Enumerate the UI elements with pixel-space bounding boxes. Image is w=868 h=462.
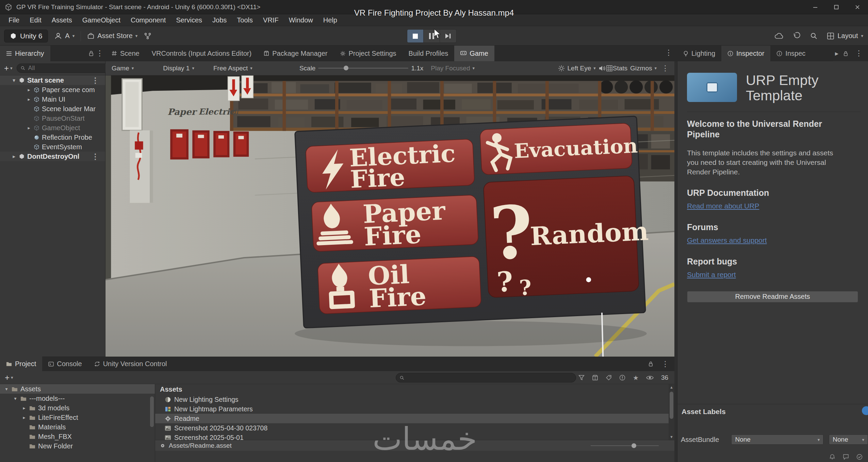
tab-lighting[interactable]: Lighting bbox=[677, 46, 721, 61]
layout-dropdown[interactable]: Layout▾ bbox=[827, 32, 863, 40]
pause-button[interactable] bbox=[424, 30, 440, 42]
game-viewport[interactable]: Paper Electric oil bbox=[105, 75, 674, 357]
alert-icon[interactable] bbox=[619, 375, 625, 381]
kebab-icon[interactable]: ⋮ bbox=[94, 49, 105, 58]
tree-row[interactable]: New Folder bbox=[0, 441, 155, 451]
star-icon[interactable]: ★ bbox=[633, 374, 639, 382]
scrollbar-thumb[interactable] bbox=[670, 392, 673, 419]
menu-help[interactable]: Help bbox=[318, 14, 342, 26]
tab-build-profiles[interactable]: Build Profiles bbox=[403, 46, 455, 61]
menu-component[interactable]: Component bbox=[126, 14, 171, 26]
kebab-icon[interactable]: ⋮ bbox=[89, 76, 101, 85]
history-icon[interactable] bbox=[793, 32, 801, 40]
menu-vrif[interactable]: VRIF bbox=[258, 14, 284, 26]
tree-row[interactable]: ▸ 3d models bbox=[0, 403, 155, 413]
asset-row[interactable]: Screenshot 2025-04-30 023708 bbox=[155, 423, 674, 433]
label-icon[interactable] bbox=[862, 406, 868, 415]
check-circle-icon[interactable] bbox=[856, 454, 863, 460]
scroll-up-icon[interactable]: ▲ bbox=[669, 384, 674, 390]
add-gameobject-button[interactable]: +▾ bbox=[3, 64, 14, 73]
asset-row[interactable]: New Lighting Settings bbox=[155, 395, 674, 404]
menu-file[interactable]: File bbox=[3, 14, 24, 26]
hierarchy-item[interactable]: ▸ Paper scene com bbox=[0, 85, 105, 95]
kebab-icon[interactable]: ⋮ bbox=[659, 360, 671, 369]
tab-scene[interactable]: Scene bbox=[105, 46, 146, 61]
panel-splitter[interactable] bbox=[674, 61, 677, 462]
expand-right-icon[interactable]: ▸ bbox=[835, 49, 838, 57]
menu-gameobject[interactable]: GameObject bbox=[77, 14, 126, 26]
maximize-button[interactable] bbox=[826, 0, 847, 14]
tree-row[interactable]: ▸ LiteFireEffect bbox=[0, 413, 155, 422]
foldout-closed-icon[interactable]: ▸ bbox=[22, 415, 27, 420]
tab-vrcontrols[interactable]: VRControls (Input Actions Editor) bbox=[146, 46, 258, 61]
hierarchy-item[interactable]: Scene loader Mar bbox=[0, 104, 105, 114]
assetbundle-variant-dropdown[interactable]: None▾ bbox=[829, 434, 868, 445]
tab-version-control[interactable]: Unity Version Control bbox=[88, 357, 173, 371]
asset-store-dropdown[interactable]: Asset Store▾ bbox=[87, 32, 137, 40]
bell-icon[interactable] bbox=[829, 454, 835, 460]
asset-list-scrollbar[interactable]: ▲ ▼ bbox=[669, 384, 674, 440]
kebab-icon[interactable]: ⋮ bbox=[663, 48, 674, 57]
game-mode-dropdown[interactable]: Game▾ bbox=[109, 65, 136, 72]
chat-bubble-icon[interactable] bbox=[843, 454, 849, 460]
asset-row[interactable]: New Lightmap Parameters bbox=[155, 404, 674, 414]
menu-window[interactable]: Window bbox=[284, 14, 318, 26]
aspect-dropdown[interactable]: Free Aspect▾ bbox=[211, 65, 255, 72]
scene-light-toggle-icon[interactable] bbox=[558, 65, 565, 72]
tree-row[interactable]: Mesh_FBX bbox=[0, 432, 155, 441]
tab-hierarchy[interactable]: Hierarchy bbox=[0, 46, 50, 61]
foldout-open-icon[interactable]: ▾ bbox=[13, 396, 18, 401]
hierarchy-item-disabled[interactable]: PauseOnStart bbox=[0, 114, 105, 123]
foldout-closed-icon[interactable]: ▸ bbox=[27, 125, 31, 131]
assetbundle-dropdown[interactable]: None▾ bbox=[731, 434, 823, 445]
kebab-icon[interactable]: ⋮ bbox=[853, 49, 865, 58]
scale-slider[interactable] bbox=[318, 68, 408, 69]
tree-row-assets[interactable]: ▾ Assets bbox=[0, 384, 155, 394]
foldout-open-icon[interactable]: ▾ bbox=[4, 386, 9, 392]
hierarchy-search[interactable] bbox=[17, 64, 112, 73]
menu-tools[interactable]: Tools bbox=[232, 14, 258, 26]
cloud-icon[interactable] bbox=[774, 32, 784, 40]
scale-slider-knob[interactable] bbox=[344, 66, 348, 70]
foldout-open-icon[interactable]: ▾ bbox=[12, 78, 16, 83]
remove-readme-button[interactable]: Remove Readme Assets bbox=[687, 291, 858, 303]
project-search-input[interactable] bbox=[407, 374, 572, 382]
tab-game[interactable]: Game bbox=[454, 46, 494, 61]
lock-icon[interactable] bbox=[843, 51, 848, 56]
kebab-icon[interactable]: ⋮ bbox=[659, 64, 671, 73]
tab-package-manager[interactable]: Package Manager bbox=[258, 46, 333, 61]
display-dropdown[interactable]: Display 1▾ bbox=[160, 65, 197, 72]
close-button[interactable] bbox=[847, 0, 868, 14]
hierarchy-item[interactable]: EventSystem bbox=[0, 142, 105, 152]
search-icon[interactable] bbox=[810, 32, 818, 40]
stop-button[interactable] bbox=[407, 30, 424, 42]
play-focused-dropdown[interactable]: Play Focused▾ bbox=[428, 65, 477, 72]
thumbnail-zoom-knob[interactable] bbox=[632, 443, 636, 448]
stats-toggle[interactable]: Stats bbox=[613, 65, 627, 72]
vsync-grid-icon[interactable] bbox=[606, 65, 613, 72]
project-search[interactable] bbox=[396, 373, 576, 382]
eye-mode-dropdown[interactable]: Left Eye▾ bbox=[565, 65, 599, 72]
gizmos-dropdown[interactable]: Gizmos▾ bbox=[627, 65, 659, 72]
foldout-closed-icon[interactable]: ▸ bbox=[27, 87, 31, 92]
minimize-button[interactable] bbox=[805, 0, 826, 14]
tab-inspector-2[interactable]: Inspec bbox=[770, 46, 812, 61]
doc-link[interactable]: Read more about URP bbox=[687, 202, 861, 210]
hierarchy-item[interactable]: ▸ Main UI bbox=[0, 95, 105, 104]
thumbnail-zoom-slider[interactable] bbox=[591, 445, 659, 446]
menu-assets[interactable]: Assets bbox=[47, 14, 77, 26]
hierarchy-dontdestroy-row[interactable]: ▸ DontDestroyOnl ⋮ bbox=[0, 152, 105, 161]
audio-mute-icon[interactable] bbox=[599, 65, 606, 72]
bugs-link[interactable]: Submit a report bbox=[687, 271, 861, 279]
hierarchy-item[interactable]: Reflection Probe bbox=[0, 133, 105, 142]
foldout-closed-icon[interactable]: ▸ bbox=[27, 97, 31, 102]
version-control-branch-icon[interactable] bbox=[144, 32, 152, 40]
tree-row[interactable]: ▾ ---models--- bbox=[0, 394, 155, 403]
tree-row[interactable]: Materials bbox=[0, 422, 155, 432]
tab-project[interactable]: Project bbox=[0, 357, 42, 371]
scroll-down-icon[interactable]: ▼ bbox=[669, 434, 674, 440]
foldout-closed-icon[interactable]: ▸ bbox=[12, 154, 16, 159]
unity-version-badge[interactable]: Unity 6 bbox=[4, 30, 48, 42]
hierarchy-scene-row[interactable]: ▾ Start scene ⋮ bbox=[0, 75, 105, 85]
menu-edit[interactable]: Edit bbox=[24, 14, 46, 26]
